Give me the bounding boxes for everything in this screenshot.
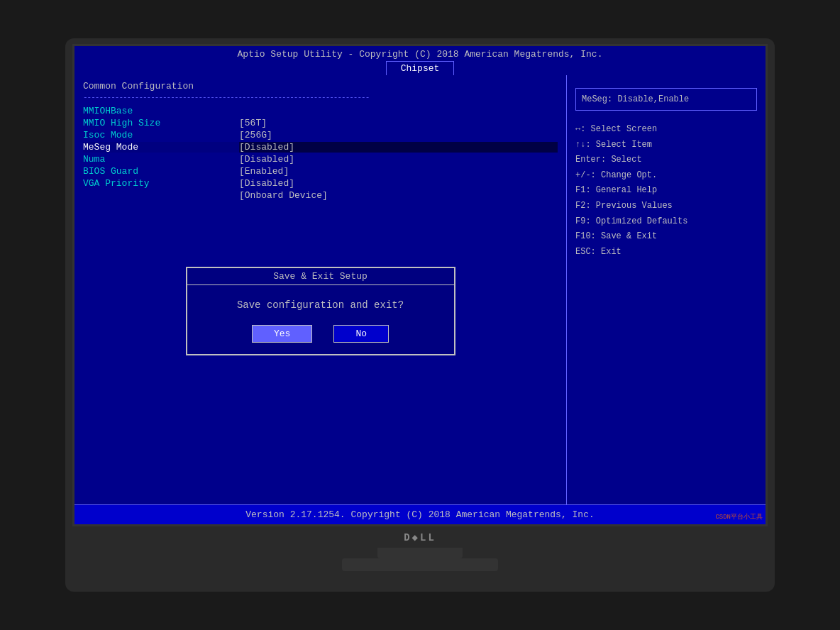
active-tab[interactable]: Chipset bbox=[386, 61, 455, 75]
watermark: CSDN平台小工具 bbox=[715, 512, 763, 521]
tab-bar: Chipset bbox=[74, 61, 766, 75]
save-exit-dialog: Save & Exit Setup Save configuration and… bbox=[186, 267, 455, 355]
config-value-biosguard: [Enabled] bbox=[239, 166, 289, 177]
config-label-isoc: Isoc Mode bbox=[83, 130, 239, 140]
no-button[interactable]: No bbox=[333, 325, 389, 343]
key-f9: F9: Optimized Defaults bbox=[575, 214, 757, 230]
main-content: Common Configuration -------------------… bbox=[74, 75, 766, 504]
key-help: ↔: Select Screen ↑↓: Select Item Enter: … bbox=[575, 122, 757, 260]
footer-text: Version 2.17.1254. Copyright (C) 2018 Am… bbox=[245, 509, 594, 520]
config-row-1: MMIOHBase bbox=[83, 106, 558, 116]
config-label-mmiohbase: MMIOHBase bbox=[83, 106, 239, 116]
key-f1: F1: General Help bbox=[575, 183, 757, 199]
key-select-item: ↑↓: Select Item bbox=[575, 138, 757, 153]
config-value-meseg: [Disabled] bbox=[239, 142, 294, 153]
config-row-3: Isoc Mode [256G] bbox=[83, 130, 558, 140]
header-title: Aptio Setup Utility - Copyright (C) 2018… bbox=[74, 49, 766, 60]
separator: ----------------------------------------… bbox=[83, 93, 558, 101]
config-value-isoc: [256G] bbox=[239, 130, 272, 140]
monitor-stand-base bbox=[342, 558, 498, 571]
dialog-title: Save & Exit Setup bbox=[187, 268, 454, 285]
config-value-vga: [Disabled] bbox=[239, 178, 294, 189]
config-row-2: MMIO High Size [56T] bbox=[83, 118, 558, 128]
config-label-empty bbox=[83, 190, 239, 201]
config-value-mmiohigh: [56T] bbox=[239, 118, 267, 128]
key-select-screen: ↔: Select Screen bbox=[575, 122, 757, 138]
yes-button[interactable]: Yes bbox=[252, 325, 312, 343]
key-f10: F10: Save & Exit bbox=[575, 229, 757, 245]
dialog-message: Save configuration and exit? bbox=[199, 299, 443, 311]
config-label-biosguard: BIOS Guard bbox=[83, 166, 239, 177]
config-value-numa: [Disabled] bbox=[239, 154, 294, 165]
key-esc: ESC: Exit bbox=[575, 245, 757, 260]
config-label-mmiohigh: MMIO High Size bbox=[83, 118, 239, 128]
config-row-4: MeSeg Mode [Disabled] bbox=[83, 142, 558, 153]
config-value-onboard: [Onboard Device] bbox=[239, 190, 328, 201]
bios-header: Aptio Setup Utility - Copyright (C) 2018… bbox=[74, 46, 766, 75]
monitor-stand-top bbox=[377, 548, 463, 558]
config-label-numa: Numa bbox=[83, 154, 239, 165]
key-enter: Enter: Select bbox=[575, 153, 757, 168]
right-panel: MeSeg: Disable,Enable ↔: Select Screen ↑… bbox=[567, 75, 766, 504]
config-row-6: BIOS Guard [Enabled] bbox=[83, 166, 558, 177]
help-section: MeSeg: Disable,Enable bbox=[575, 88, 757, 111]
bios-container: Aptio Setup Utility - Copyright (C) 2018… bbox=[74, 46, 766, 524]
key-change-opt: +/-: Change Opt. bbox=[575, 168, 757, 184]
screen: Aptio Setup Utility - Copyright (C) 2018… bbox=[72, 44, 768, 526]
config-row-5: Numa [Disabled] bbox=[83, 154, 558, 165]
key-f2: F2: Previous Values bbox=[575, 199, 757, 214]
monitor-outer: Aptio Setup Utility - Copyright (C) 2018… bbox=[65, 38, 775, 592]
dialog-buttons: Yes No bbox=[199, 325, 443, 343]
bios-footer: Version 2.17.1254. Copyright (C) 2018 Am… bbox=[74, 504, 766, 524]
config-row-8: [Onboard Device] bbox=[83, 190, 558, 201]
dialog-body: Save configuration and exit? Yes No bbox=[187, 285, 454, 354]
section-title: Common Configuration bbox=[83, 81, 558, 92]
config-label-vga: VGA Priority bbox=[83, 178, 239, 189]
help-text: MeSeg: Disable,Enable bbox=[582, 93, 751, 106]
config-row-7: VGA Priority [Disabled] bbox=[83, 178, 558, 189]
monitor-brand: D◆LL bbox=[404, 531, 436, 543]
left-panel: Common Configuration -------------------… bbox=[74, 75, 567, 504]
config-label-meseg: MeSeg Mode bbox=[83, 142, 239, 153]
monitor-bezel-bottom: D◆LL bbox=[72, 526, 768, 548]
